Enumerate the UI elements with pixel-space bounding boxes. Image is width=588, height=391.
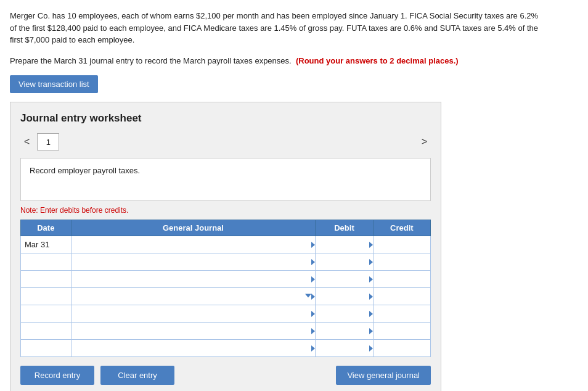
credit-cell-3[interactable] <box>373 271 430 288</box>
debit-input-6[interactable] <box>318 323 370 339</box>
debit-cell-1[interactable] <box>316 236 373 253</box>
credit-input-3[interactable] <box>376 271 428 287</box>
nav-row: < 1 > <box>20 133 431 150</box>
instruction-text: Prepare the March 31 journal entry to re… <box>10 56 292 65</box>
gj-cell-1[interactable] <box>71 236 316 253</box>
prev-page-button[interactable]: < <box>20 135 33 149</box>
table-row <box>21 288 431 305</box>
debit-input-2[interactable] <box>318 253 370 270</box>
view-transaction-button[interactable]: View transaction list <box>10 75 98 93</box>
gj-input-7[interactable] <box>74 340 313 356</box>
gj-cell-6[interactable] <box>71 323 316 340</box>
clear-entry-button[interactable]: Clear entry <box>100 366 174 385</box>
gj-input-1[interactable] <box>74 236 313 253</box>
table-row <box>21 323 431 340</box>
credit-cell-1[interactable] <box>373 236 430 253</box>
credit-input-1[interactable] <box>376 236 428 253</box>
col-header-debit: Debit <box>316 220 373 236</box>
table-row <box>21 271 431 288</box>
credit-input-2[interactable] <box>376 253 428 270</box>
debit-input-1[interactable] <box>318 236 370 253</box>
instruction-line: Prepare the March 31 journal entry to re… <box>10 55 540 67</box>
table-row: Mar 31 <box>21 236 431 253</box>
description-text: Record employer payroll taxes. <box>30 166 140 175</box>
gj-input-6[interactable] <box>74 323 313 339</box>
debit-input-4[interactable] <box>318 288 370 305</box>
debit-cell-6[interactable] <box>316 323 373 340</box>
gj-cell-7[interactable] <box>71 340 316 357</box>
credit-cell-6[interactable] <box>373 323 430 340</box>
col-header-credit: Credit <box>373 220 430 236</box>
debit-cell-2[interactable] <box>316 253 373 271</box>
date-cell-4 <box>21 288 71 305</box>
table-row <box>21 305 431 323</box>
date-cell-3 <box>21 271 71 288</box>
description-box: Record employer payroll taxes. <box>20 158 431 201</box>
bottom-buttons: Record entry Clear entry View general jo… <box>20 366 431 385</box>
record-entry-button[interactable]: Record entry <box>20 366 94 385</box>
col-header-gj: General Journal <box>71 220 316 236</box>
gj-input-3[interactable] <box>74 271 313 287</box>
credit-cell-5[interactable] <box>373 305 430 323</box>
date-cell-1: Mar 31 <box>21 236 71 253</box>
credit-cell-7[interactable] <box>373 340 430 357</box>
problem-text-1: Merger Co. has 10 employees, each of who… <box>10 10 540 46</box>
gj-cell-4[interactable] <box>71 288 316 305</box>
credit-input-6[interactable] <box>376 323 428 339</box>
date-cell-7 <box>21 340 71 357</box>
debit-cell-5[interactable] <box>316 305 373 323</box>
page-number: 1 <box>46 138 51 147</box>
gj-cell-5[interactable] <box>71 305 316 323</box>
date-cell-6 <box>21 323 71 340</box>
date-cell-5 <box>21 305 71 323</box>
credit-cell-2[interactable] <box>373 253 430 271</box>
debit-input-5[interactable] <box>318 305 370 322</box>
journal-table: Date General Journal Debit Credit Mar 31 <box>20 220 431 357</box>
note-text: Note: Enter debits before credits. <box>20 206 431 215</box>
debit-input-3[interactable] <box>318 271 370 287</box>
gj-cell-2[interactable] <box>71 253 316 271</box>
credit-input-5[interactable] <box>376 305 428 322</box>
col-header-date: Date <box>21 220 71 236</box>
next-page-button[interactable]: > <box>418 135 431 149</box>
credit-cell-4[interactable] <box>373 288 430 305</box>
date-cell-2 <box>21 253 71 271</box>
debit-input-7[interactable] <box>318 340 370 356</box>
debit-cell-3[interactable] <box>316 271 373 288</box>
gj-input-2[interactable] <box>74 253 313 270</box>
credit-input-4[interactable] <box>376 288 428 305</box>
credit-input-7[interactable] <box>376 340 428 356</box>
table-row <box>21 253 431 271</box>
worksheet-container: Journal entry worksheet < 1 > Record emp… <box>10 102 441 391</box>
rounding-note: (Round your answers to 2 decimal places.… <box>296 56 459 65</box>
page-number-box: 1 <box>37 133 59 150</box>
gj-input-4[interactable] <box>74 288 301 305</box>
table-row <box>21 340 431 357</box>
debit-cell-7[interactable] <box>316 340 373 357</box>
gj-cell-3[interactable] <box>71 271 316 288</box>
dropdown-arrow-icon[interactable] <box>305 294 311 297</box>
debit-cell-4[interactable] <box>316 288 373 305</box>
worksheet-title: Journal entry worksheet <box>20 112 431 125</box>
view-general-journal-button[interactable]: View general journal <box>336 366 431 385</box>
gj-input-5[interactable] <box>74 305 313 322</box>
